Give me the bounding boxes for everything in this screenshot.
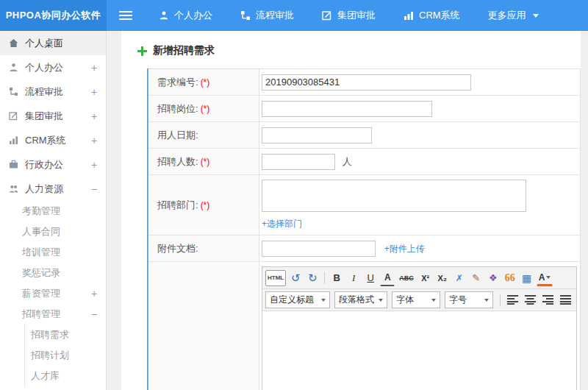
format-paint-button[interactable]: ✎ xyxy=(469,270,484,286)
headcount-input[interactable] xyxy=(262,154,335,170)
sidebar-item-talent-pool[interactable]: 人才库 xyxy=(0,366,106,386)
required-mark: (*) xyxy=(201,200,210,210)
expand-toggle[interactable]: + xyxy=(90,86,98,98)
custom-heading-dropdown[interactable]: 自定义标题 xyxy=(265,291,330,308)
select-department-link[interactable]: +选择部门 xyxy=(262,219,302,229)
form-row-headcount: 招聘人数:(*) 人 xyxy=(148,149,581,175)
nav-item-more-apps[interactable]: 更多应用 xyxy=(474,0,553,31)
align-center-icon[interactable] xyxy=(523,292,538,308)
sidebar-item-attendance-management[interactable]: 考勤管理 xyxy=(0,201,106,221)
main-area: 新增招聘需求 需求编号:(*) 招聘岗位:(*) 用人日期: xyxy=(107,31,588,390)
user-icon xyxy=(9,63,25,72)
sidebar-item-reward-punishment[interactable]: 奖惩记录 xyxy=(0,263,106,283)
hamburger-menu-icon[interactable] xyxy=(107,0,145,31)
nav-item-workflow-approval[interactable]: 流程审批 xyxy=(226,0,308,31)
required-mark: (*) xyxy=(201,104,210,114)
content-panel: 新增招聘需求 需求编号:(*) 招聘岗位:(*) 用人日期: xyxy=(121,31,581,390)
expand-toggle[interactable]: + xyxy=(90,110,98,122)
align-left-icon[interactable] xyxy=(505,292,520,308)
top-bar: PHPOA协同办公软件 个人办公 流程审批 集团审批 CRM系统 xyxy=(0,0,588,31)
sidebar-item-workflow-approval[interactable]: 流程审批 + xyxy=(0,79,106,104)
field-label: 需求编号: xyxy=(157,77,198,88)
form-row-position: 招聘岗位:(*) xyxy=(148,96,581,122)
page-title: 新增招聘需求 xyxy=(121,31,581,68)
editor-content-area[interactable] xyxy=(262,311,576,390)
toolbar-separator xyxy=(324,272,325,284)
superscript-button[interactable]: X² xyxy=(418,270,433,286)
font-color-button[interactable]: A xyxy=(537,270,553,286)
sidebar-item-recruit-management[interactable]: 招聘管理 − xyxy=(0,304,106,325)
app-logo: PHPOA协同办公软件 xyxy=(0,0,107,31)
nav-item-personal-office[interactable]: 个人办公 xyxy=(145,0,226,31)
insert-table-button[interactable]: ▦ xyxy=(520,270,534,286)
nav-label: CRM系统 xyxy=(419,9,460,22)
sidebar-item-admin-office[interactable]: 行政办公 + xyxy=(0,152,106,177)
hire-date-input[interactable] xyxy=(262,127,372,143)
caret-down-icon xyxy=(484,299,489,302)
attachment-input[interactable] xyxy=(262,241,376,257)
demand-number-input[interactable] xyxy=(262,74,471,91)
font-name-button[interactable]: A xyxy=(380,270,395,286)
strikethrough-button[interactable]: ABC xyxy=(397,270,416,286)
font-size-dropdown[interactable]: 字号 xyxy=(445,291,493,308)
caret-down-icon xyxy=(533,14,539,18)
align-justify-icon[interactable] xyxy=(558,292,573,308)
caret-down-icon xyxy=(431,299,436,302)
collapse-toggle[interactable]: − xyxy=(90,308,98,320)
nav-item-crm-system[interactable]: CRM系统 xyxy=(390,0,474,31)
sidebar-item-hr-contract[interactable]: 人事合同 xyxy=(0,221,106,242)
rich-text-editor: HTML ↺ ↻ B I U A ABC X² xyxy=(262,266,577,390)
flow-icon xyxy=(9,87,25,96)
undo-button[interactable]: ↺ xyxy=(288,270,303,286)
expand-toggle[interactable]: + xyxy=(90,135,98,146)
required-mark: (*) xyxy=(201,77,210,88)
paragraph-format-dropdown[interactable]: 段落格式 xyxy=(334,291,387,308)
flow-icon xyxy=(240,10,251,21)
sidebar-item-training-management[interactable]: 培训管理 xyxy=(0,242,106,263)
people-icon xyxy=(9,184,25,194)
sidebar-item-personal-desktop[interactable]: 个人桌面 xyxy=(0,31,106,55)
home-icon xyxy=(9,38,25,48)
sidebar-item-salary-management[interactable]: 薪资管理 + xyxy=(0,283,106,304)
bar-chart-icon xyxy=(9,135,25,145)
font-family-dropdown[interactable]: 字体 xyxy=(392,291,440,308)
highlight-button[interactable]: ❖ xyxy=(486,270,501,286)
html-source-button[interactable]: HTML xyxy=(265,270,286,286)
caret-down-icon xyxy=(546,276,551,279)
recruit-demand-form: 需求编号:(*) 招聘岗位:(*) 用人日期: 招聘 xyxy=(147,68,581,390)
subscript-button[interactable]: X₂ xyxy=(435,270,450,286)
sidebar-item-recruit-demand[interactable]: 招聘需求 xyxy=(0,325,106,345)
sidebar-item-human-resources[interactable]: 人力资源 − xyxy=(0,177,106,201)
edit-square-icon xyxy=(322,10,332,21)
sidebar-item-crm-system[interactable]: CRM系统 + xyxy=(0,128,106,152)
sidebar-item-personal-office[interactable]: 个人办公 + xyxy=(0,55,106,79)
nav-item-group-approval[interactable]: 集团审批 xyxy=(308,0,390,31)
nav-label: 流程审批 xyxy=(256,9,294,22)
expand-toggle[interactable]: + xyxy=(90,288,98,299)
italic-button[interactable]: I xyxy=(346,270,361,286)
form-row-requirements: 岗位要求:(*) HTML ↺ ↻ B I U xyxy=(148,262,581,390)
blockquote-button[interactable]: 66 xyxy=(503,270,517,286)
expand-toggle[interactable]: + xyxy=(90,62,98,74)
bold-button[interactable]: B xyxy=(329,270,344,286)
user-icon xyxy=(159,10,169,21)
nav-label: 个人办公 xyxy=(174,9,212,22)
caret-down-icon xyxy=(321,299,326,302)
sidebar-item-recruit-plan[interactable]: 招聘计划 xyxy=(0,345,106,366)
caret-down-icon xyxy=(379,299,383,302)
department-textarea[interactable] xyxy=(262,180,526,212)
plus-icon xyxy=(137,46,147,56)
attachment-upload-link[interactable]: +附件上传 xyxy=(384,244,425,254)
form-row-hire-date: 用人日期: xyxy=(148,122,581,149)
underline-button[interactable]: U xyxy=(363,270,378,286)
collapse-toggle[interactable]: − xyxy=(90,183,98,195)
redo-button[interactable]: ↻ xyxy=(305,270,320,286)
align-right-icon[interactable] xyxy=(540,292,556,308)
nav-label: 集团审批 xyxy=(337,9,376,22)
sidebar-item-group-approval[interactable]: 集团审批 + xyxy=(0,104,106,128)
position-input[interactable] xyxy=(262,101,432,117)
unit-label: 人 xyxy=(343,156,352,167)
expand-toggle[interactable]: + xyxy=(90,159,98,171)
nav-label: 更多应用 xyxy=(488,9,526,22)
remove-format-button[interactable]: ✗ xyxy=(452,270,467,286)
